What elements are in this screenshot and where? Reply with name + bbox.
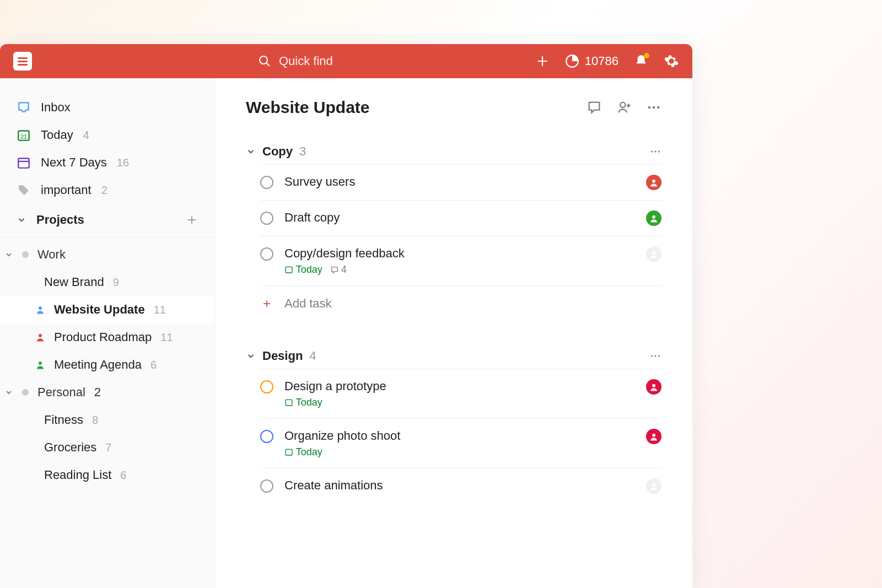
settings-icon[interactable] [664,53,679,69]
project-count: 6 [150,359,157,371]
task-checkbox[interactable] [260,479,273,493]
add-task-button[interactable]: +Add task [260,285,662,321]
task-row[interactable]: Design a prototype Today [260,369,662,418]
svg-point-14 [620,103,625,107]
project-color-dot [22,251,29,258]
svg-rect-32 [286,449,292,455]
task-checkbox[interactable] [260,247,273,261]
project-name: Reading List [44,468,111,482]
section-title: Design [262,349,303,363]
chevron-down-icon [4,250,13,259]
project-count: 6 [120,469,126,482]
svg-line-1 [266,63,270,66]
task-checkbox[interactable] [260,212,273,225]
project-group[interactable]: Work [0,241,214,268]
topbar: Quick find 10786 [0,44,692,78]
project-icon [35,305,45,315]
svg-point-13 [39,362,42,365]
task-checkbox[interactable] [260,176,273,189]
quick-find[interactable]: Quick find [258,54,333,68]
svg-point-27 [651,355,653,357]
task-row[interactable]: Copy/design feedback Today 4 [260,236,662,285]
section-more-icon[interactable] [649,350,662,362]
project-count: 7 [105,441,111,454]
plus-icon: + [260,296,273,311]
sidebar-projects-header[interactable]: Projects [0,204,214,234]
task-title: Survey users [284,175,635,189]
assignee-avatar[interactable] [646,175,662,190]
task-title: Create animations [284,478,635,493]
project-icon [35,360,45,370]
project-item[interactable]: Groceries 7 [0,434,214,461]
task-title: Draft copy [284,211,635,225]
svg-point-0 [260,56,267,64]
project-color-dot [22,389,29,396]
search-icon [258,55,271,68]
task-row[interactable]: Organize photo shoot Today [260,418,662,468]
tag-icon [17,183,31,197]
share-icon[interactable] [616,100,632,115]
svg-point-12 [39,334,42,337]
svg-point-31 [652,384,655,387]
svg-point-26 [652,251,655,255]
notification-badge [644,53,649,58]
svg-point-18 [653,106,655,109]
project-group-name: Personal [37,385,85,400]
project-group-name: Work [37,247,66,262]
karma-icon [565,54,579,68]
comments-icon[interactable] [587,100,602,115]
assignee-avatar[interactable] [646,211,662,226]
sidebar: Inbox 21 Today 4 Next 7 Days 16 [0,78,215,588]
project-name: Website Update [54,303,145,317]
due-date: Today [284,397,322,408]
task-row[interactable]: Create animations [260,468,662,504]
project-count: 11 [154,304,166,316]
calendar-icon [17,155,31,170]
due-date: Today [284,264,322,276]
due-date: Today [284,446,322,458]
chevron-down-icon [4,388,13,397]
svg-point-22 [658,150,660,153]
sidebar-next-7-days[interactable]: Next 7 Days 16 [0,149,214,176]
karma-score[interactable]: 10786 [565,54,619,68]
svg-point-28 [654,355,657,357]
notifications-icon[interactable] [634,54,648,68]
assignee-avatar[interactable] [646,379,662,395]
svg-rect-30 [286,400,292,406]
more-icon[interactable] [646,100,662,115]
svg-point-11 [39,306,42,310]
project-item[interactable]: Fitness 8 [0,406,214,434]
project-item[interactable]: New Brand 9 [0,268,214,296]
section-header[interactable]: Copy 3 [246,139,662,164]
sidebar-today[interactable]: 21 Today 4 [0,121,214,149]
project-item[interactable]: Reading List 6 [0,461,214,489]
assignee-avatar[interactable] [646,478,662,494]
task-row[interactable]: Draft copy [260,200,662,236]
task-row[interactable]: Survey users [260,164,662,200]
task-checkbox[interactable] [260,430,273,443]
project-item[interactable]: Meeting Agenda 6 [0,351,214,379]
svg-point-34 [652,483,655,487]
svg-rect-7 [18,158,29,168]
svg-point-24 [652,215,655,219]
project-item[interactable]: Website Update 11 [0,296,214,323]
app-logo[interactable] [13,52,32,71]
task-checkbox[interactable] [260,380,273,393]
sidebar-filter-important[interactable]: important 2 [0,176,214,204]
page-title: Website Update [246,98,370,117]
svg-point-29 [658,355,660,357]
section-more-icon[interactable] [649,145,662,158]
project-group[interactable]: Personal 2 [0,379,214,406]
search-placeholder: Quick find [279,54,333,68]
project-count: 9 [113,276,119,289]
svg-point-23 [652,180,655,183]
add-task-icon[interactable] [535,54,550,68]
sidebar-inbox[interactable]: Inbox [0,94,214,121]
assignee-avatar[interactable] [646,246,662,262]
task-title: Organize photo shoot [284,429,635,443]
section-header[interactable]: Design 4 [246,343,662,369]
add-project-icon[interactable] [186,214,198,226]
project-item[interactable]: Product Roadmap 11 [0,323,214,351]
inbox-icon [17,100,31,115]
assignee-avatar[interactable] [646,429,662,444]
